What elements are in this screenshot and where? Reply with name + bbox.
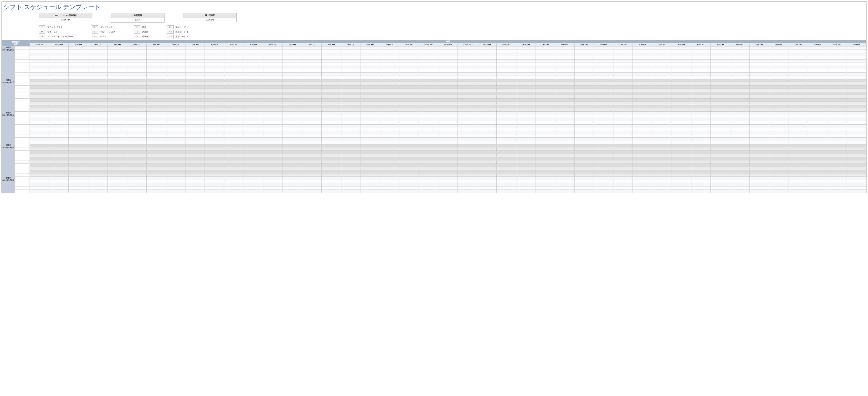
time-slot[interactable] (321, 95, 341, 99)
time-slot[interactable] (205, 141, 224, 144)
time-slot[interactable] (535, 138, 555, 141)
time-slot[interactable] (438, 89, 458, 92)
time-slot[interactable] (380, 56, 399, 60)
time-slot[interactable] (438, 144, 458, 147)
time-slot[interactable] (652, 147, 672, 151)
time-slot[interactable] (107, 115, 127, 118)
time-slot[interactable] (282, 102, 302, 105)
time-slot[interactable] (88, 125, 107, 128)
time-slot[interactable] (458, 72, 477, 76)
time-slot[interactable] (30, 79, 49, 82)
time-slot[interactable] (341, 92, 361, 95)
time-slot[interactable] (263, 111, 283, 115)
time-slot[interactable] (535, 86, 555, 89)
time-slot[interactable] (477, 160, 497, 164)
employee-name-cell[interactable] (15, 147, 30, 151)
time-slot[interactable] (594, 82, 613, 86)
time-slot[interactable] (107, 164, 127, 167)
time-slot[interactable] (516, 177, 535, 180)
time-slot[interactable] (205, 95, 224, 99)
employee-name-cell[interactable] (15, 187, 30, 190)
time-slot[interactable] (341, 144, 361, 147)
time-slot[interactable] (107, 183, 127, 187)
time-slot[interactable] (418, 173, 438, 177)
time-slot[interactable] (808, 92, 827, 95)
time-slot[interactable] (166, 66, 185, 69)
time-slot[interactable] (107, 69, 127, 72)
time-slot[interactable] (594, 128, 613, 131)
time-slot[interactable] (769, 131, 788, 134)
time-slot[interactable] (652, 105, 672, 108)
time-slot[interactable] (361, 111, 380, 115)
time-slot[interactable] (710, 118, 730, 121)
time-slot[interactable] (769, 79, 788, 82)
time-slot[interactable] (399, 102, 419, 105)
time-slot[interactable] (516, 121, 535, 125)
time-slot[interactable] (827, 102, 847, 105)
time-slot[interactable] (710, 66, 730, 69)
time-slot[interactable] (263, 183, 283, 187)
employee-name-cell[interactable] (15, 95, 30, 99)
time-slot[interactable] (613, 66, 633, 69)
time-slot[interactable] (516, 79, 535, 82)
time-slot[interactable] (380, 82, 399, 86)
time-slot[interactable] (846, 108, 866, 111)
time-slot[interactable] (185, 190, 205, 193)
time-slot[interactable] (146, 180, 166, 183)
time-slot[interactable] (827, 69, 847, 72)
time-slot[interactable] (574, 121, 594, 125)
time-slot[interactable] (633, 118, 652, 121)
time-slot[interactable] (594, 170, 613, 173)
time-slot[interactable] (282, 131, 302, 134)
time-slot[interactable] (263, 177, 283, 180)
time-slot[interactable] (69, 170, 88, 173)
time-slot[interactable] (127, 92, 146, 95)
time-slot[interactable] (30, 63, 49, 66)
time-slot[interactable] (263, 167, 283, 170)
time-slot[interactable] (107, 105, 127, 108)
time-slot[interactable] (49, 128, 69, 131)
time-slot[interactable] (49, 151, 69, 154)
time-slot[interactable] (127, 154, 146, 157)
time-slot[interactable] (535, 60, 555, 63)
time-slot[interactable] (380, 102, 399, 105)
time-slot[interactable] (30, 151, 49, 154)
time-slot[interactable] (594, 183, 613, 187)
time-slot[interactable] (749, 56, 769, 60)
time-slot[interactable] (185, 86, 205, 89)
time-slot[interactable] (282, 72, 302, 76)
time-slot[interactable] (827, 131, 847, 134)
time-slot[interactable] (107, 95, 127, 99)
time-slot[interactable] (380, 108, 399, 111)
time-slot[interactable] (88, 108, 107, 111)
time-slot[interactable] (127, 63, 146, 66)
time-slot[interactable] (224, 187, 244, 190)
time-slot[interactable] (846, 154, 866, 157)
time-slot[interactable] (302, 92, 321, 95)
time-slot[interactable] (652, 180, 672, 183)
time-slot[interactable] (672, 183, 691, 187)
time-slot[interactable] (477, 164, 497, 167)
time-slot[interactable] (535, 187, 555, 190)
time-slot[interactable] (418, 53, 438, 56)
time-slot[interactable] (438, 72, 458, 76)
time-slot[interactable] (458, 160, 477, 164)
time-slot[interactable] (438, 154, 458, 157)
time-slot[interactable] (672, 138, 691, 141)
time-slot[interactable] (30, 53, 49, 56)
time-slot[interactable] (205, 92, 224, 95)
time-slot[interactable] (477, 53, 497, 56)
time-slot[interactable] (691, 99, 711, 102)
time-slot[interactable] (730, 89, 749, 92)
time-slot[interactable] (730, 46, 749, 50)
time-slot[interactable] (788, 141, 808, 144)
time-slot[interactable] (827, 173, 847, 177)
time-slot[interactable] (107, 118, 127, 121)
time-slot[interactable] (535, 53, 555, 56)
time-slot[interactable] (846, 99, 866, 102)
time-slot[interactable] (321, 170, 341, 173)
time-slot[interactable] (224, 60, 244, 63)
time-slot[interactable] (672, 151, 691, 154)
time-slot[interactable] (88, 164, 107, 167)
time-slot[interactable] (613, 160, 633, 164)
